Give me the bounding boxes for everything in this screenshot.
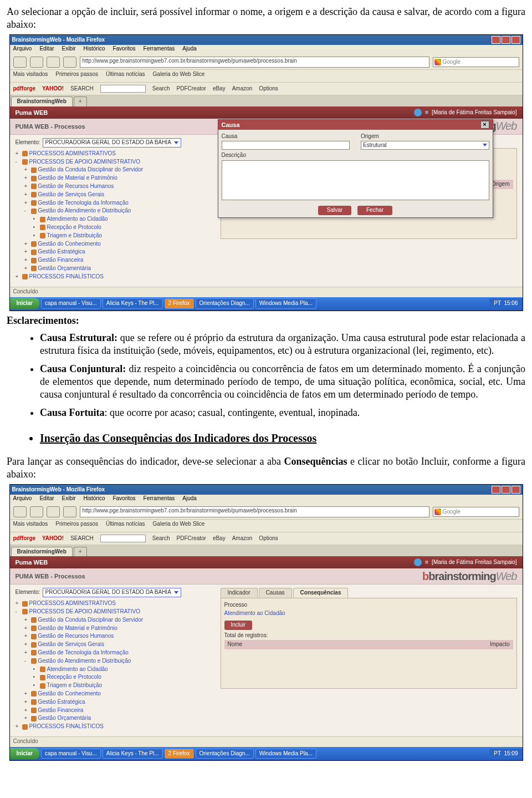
new-tab-button[interactable]: + <box>74 96 87 106</box>
yahoo-search-input[interactable] <box>100 85 146 93</box>
tree-node[interactable]: -Gestão do Atendimento e Distribuição <box>24 657 215 665</box>
menu-ferramentas[interactable]: Ferramentas <box>144 495 175 504</box>
tree-node[interactable]: •Recepção e Protocolo <box>33 223 215 232</box>
forward-button[interactable] <box>30 506 43 517</box>
ebay-link[interactable]: eBay <box>213 85 226 93</box>
menu-ferramentas[interactable]: Ferramentas <box>144 45 175 54</box>
amazon-link[interactable]: Amazon <box>232 85 253 93</box>
ebay-link[interactable]: eBay <box>213 535 226 542</box>
tree-node[interactable]: +Gestão de Serviços Gerais <box>24 641 215 649</box>
tree-node[interactable]: +Gestão de Recursos Humanos <box>24 182 215 191</box>
tree-node[interactable]: +Gestão do Conhecimento <box>24 240 215 248</box>
task-item[interactable]: Alicia Keys - The Pl... <box>103 298 163 309</box>
url-bar[interactable]: http://www.pge.brainstormingweb7.com.br/… <box>80 57 429 68</box>
tree-node[interactable]: +Gestão da Conduta Disciplinar do Servid… <box>24 616 215 624</box>
yahoo-search-button[interactable]: Search <box>152 535 170 542</box>
tree-node[interactable]: •Recepção e Protocolo <box>33 673 215 682</box>
tree-node[interactable]: •Atendimento ao Cidadão <box>33 215 215 223</box>
tab-indicador[interactable]: Indicador <box>221 588 258 598</box>
browser-menubar[interactable]: Arquivo Editar Exibir Histórico Favorito… <box>10 495 523 505</box>
pdfforge-link[interactable]: pdfforge <box>13 535 36 542</box>
tree-node[interactable]: +Gestão da Conduta Disciplinar do Servid… <box>24 166 215 174</box>
menu-historico[interactable]: Histórico <box>84 45 105 54</box>
back-button[interactable] <box>13 506 27 517</box>
close-icon[interactable]: × <box>480 121 489 129</box>
start-button[interactable]: Iniciar <box>10 748 39 760</box>
descricao-textarea[interactable] <box>222 160 489 200</box>
tab-consequencias[interactable]: Consequências <box>293 588 349 598</box>
bookmark-item[interactable]: Últimas notícias <box>106 521 145 531</box>
bookmark-item[interactable]: Mais visitados <box>13 71 48 81</box>
browser-menubar[interactable]: Arquivo Editar Exibir Histórico Favorito… <box>10 45 523 55</box>
task-item[interactable]: Orientações Diagn... <box>196 749 254 759</box>
tree-node[interactable]: +Gestão de Material e Patrimônio <box>24 624 215 633</box>
tree-node[interactable]: +Gestão de Material e Patrimônio <box>24 174 215 182</box>
tree-node[interactable]: -PROCESSOS DE APOIO ADMINISTRATIVO <box>16 608 215 616</box>
pdfcreator-link[interactable]: PDFCreator <box>177 85 206 93</box>
task-item[interactable]: capa manual - Visu... <box>41 749 101 759</box>
pdfforge-link[interactable]: pdfforge <box>13 85 36 93</box>
window-controls[interactable] <box>492 486 520 494</box>
options-link[interactable]: Options <box>259 85 278 93</box>
menu-ajuda[interactable]: Ajuda <box>182 45 197 54</box>
menu-exibir[interactable]: Exibir <box>62 495 76 504</box>
task-item[interactable]: capa manual - Visu... <box>41 298 101 309</box>
process-tree[interactable]: +PROCESSOS ADMINISTRATIVOS-PROCESSOS DE … <box>16 150 215 281</box>
task-item[interactable]: 2 Firefox <box>165 749 194 759</box>
tree-node[interactable]: •Triagem e Distribuição <box>33 682 215 690</box>
new-tab-button[interactable]: + <box>74 547 87 557</box>
tab-causas[interactable]: Causas <box>259 588 292 598</box>
browser-tab[interactable]: BrainstormingWeb <box>11 96 73 106</box>
tree-node[interactable]: +PROCESSOS FINALÍSTICOS <box>16 723 215 731</box>
url-bar[interactable]: http://www.pge.brainstormingweb7.com.br/… <box>80 506 429 517</box>
task-item[interactable]: Windows Media Pla... <box>255 298 316 309</box>
home-button[interactable] <box>63 57 76 68</box>
yahoo-search-button[interactable]: Search <box>152 85 170 93</box>
tree-node[interactable]: +Gestão de Tecnologia da Informação <box>24 199 215 207</box>
tree-node[interactable]: •Triagem e Distribuição <box>33 232 215 240</box>
yahoo-search-input[interactable] <box>100 535 146 542</box>
start-button[interactable]: Iniciar <box>10 298 39 309</box>
elemento-combo[interactable]: PROCURADORIA GERAL DO ESTADO DA BAHIA <box>43 138 181 148</box>
home-button[interactable] <box>63 506 76 517</box>
tree-node[interactable]: +Gestão Orçamentária <box>24 714 215 723</box>
amazon-link[interactable]: Amazon <box>232 535 253 542</box>
tree-node[interactable]: +Gestão Estratégica <box>24 248 215 256</box>
menu-editar[interactable]: Editar <box>39 45 54 54</box>
incluir-button[interactable]: Incluir <box>224 621 253 630</box>
tree-node[interactable]: +PROCESSOS ADMINISTRATIVOS <box>16 599 215 608</box>
reload-button[interactable] <box>47 506 60 517</box>
window-controls[interactable] <box>492 36 520 44</box>
browser-search[interactable]: Google <box>433 57 519 67</box>
menu-favoritos[interactable]: Favoritos <box>112 45 135 54</box>
tree-node[interactable]: +Gestão Orçamentária <box>24 265 215 273</box>
back-button[interactable] <box>13 57 27 68</box>
bookmarks-bar[interactable]: Mais visitados Primeiros passos Últimas … <box>10 520 523 532</box>
bookmark-item[interactable]: Últimas notícias <box>106 71 145 81</box>
tree-node[interactable]: +Gestão do Conhecimento <box>24 690 215 698</box>
tree-node[interactable]: +Gestão Financeira <box>24 256 215 265</box>
pdfcreator-link[interactable]: PDFCreator <box>177 535 206 542</box>
task-item[interactable]: Orientações Diagn... <box>196 298 254 309</box>
tree-node[interactable]: +Gestão de Serviços Gerais <box>24 191 215 199</box>
browser-search[interactable]: Google <box>433 507 519 517</box>
tree-node[interactable]: +Gestão de Recursos Humanos <box>24 632 215 641</box>
salvar-button[interactable]: Salvar <box>318 206 351 215</box>
bookmarks-bar[interactable]: Mais visitados Primeiros passos Últimas … <box>10 70 523 83</box>
menu-exibir[interactable]: Exibir <box>62 45 76 54</box>
tree-node[interactable]: +PROCESSOS FINALÍSTICOS <box>16 273 215 281</box>
menu-arquivo[interactable]: Arquivo <box>13 495 32 504</box>
options-link[interactable]: Options <box>259 535 278 542</box>
causa-input[interactable] <box>222 141 350 150</box>
help-icon[interactable] <box>414 558 422 566</box>
bookmark-item[interactable]: Primeiros passos <box>55 521 98 531</box>
task-item[interactable]: 2 Firefox <box>165 298 194 309</box>
task-item[interactable]: Alicia Keys - The Pl... <box>103 749 163 759</box>
menu-favoritos[interactable]: Favoritos <box>112 495 135 504</box>
fechar-button[interactable]: Fechar <box>357 206 392 215</box>
reload-button[interactable] <box>47 57 60 68</box>
help-icon[interactable] <box>414 109 422 116</box>
tree-node[interactable]: -Gestão do Atendimento e Distribuição <box>24 207 215 215</box>
menu-arquivo[interactable]: Arquivo <box>13 45 32 54</box>
tree-node[interactable]: •Atendimento ao Cidadão <box>33 665 215 674</box>
